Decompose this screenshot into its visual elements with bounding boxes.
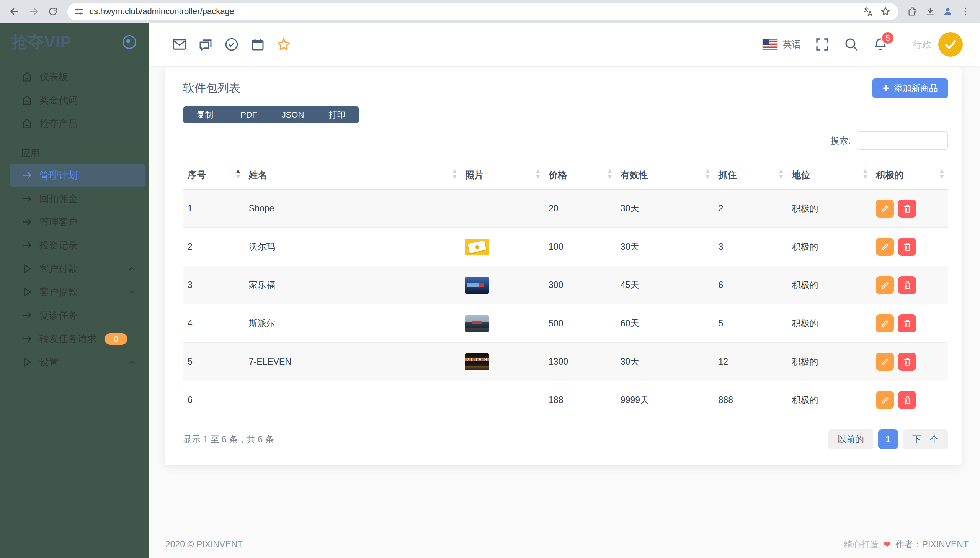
download-icon[interactable]	[923, 4, 938, 19]
sidebar-item-设置[interactable]: 设置	[0, 350, 146, 374]
previous-page-button[interactable]: 以前的	[828, 429, 873, 449]
sidebar-item-复诊任务[interactable]: 复诊任务	[0, 304, 146, 327]
fullscreen-icon[interactable]	[814, 36, 830, 53]
cell-price: 500	[544, 304, 616, 343]
delete-button[interactable]	[898, 276, 916, 294]
sidebar-item-管理客户[interactable]: 管理客户	[0, 210, 146, 234]
export-button-复制[interactable]: 复制	[183, 107, 227, 123]
add-product-button[interactable]: + 添加新商品	[872, 78, 948, 98]
table-header-row: 序号▲▼姓名▲▼照片▲▼价格▲▼有效性▲▼抓住▲▼地位▲▼积极的▲▼	[183, 161, 948, 189]
column-header-照片[interactable]: 照片▲▼	[461, 161, 544, 189]
url-text[interactable]: cs.hwym.club/admincontroller/package	[90, 7, 857, 16]
sidebar-item-label: 客户付款	[39, 263, 78, 275]
sidebar-section-label: 应用	[21, 148, 149, 159]
cell-actions	[871, 228, 948, 266]
cell-photo	[461, 266, 544, 304]
brand-row: 抢夺VIP	[0, 23, 149, 61]
column-header-积极的[interactable]: 积极的▲▼	[871, 161, 948, 189]
sidebar-item-奖金代码[interactable]: 奖金代码	[0, 89, 146, 112]
arrow-icon	[21, 309, 33, 321]
column-label: 有效性	[620, 170, 648, 180]
sidebar-item-仪表板[interactable]: 仪表板	[0, 65, 146, 89]
edit-button[interactable]	[876, 314, 894, 332]
cell-number: 5	[183, 343, 244, 381]
cell-name: 沃尔玛	[244, 228, 461, 266]
cell-name: Shope	[244, 189, 461, 228]
cell-grab: 888	[714, 381, 787, 419]
sidebar-item-回扣佣金[interactable]: 回扣佣金	[0, 187, 146, 210]
refresh-icon[interactable]	[45, 4, 61, 19]
column-header-姓名[interactable]: 姓名▲▼	[244, 161, 461, 189]
sidebar-item-抢夺产品[interactable]: 抢夺产品	[0, 112, 146, 135]
column-header-抓住[interactable]: 抓住▲▼	[714, 161, 787, 189]
chat-icon[interactable]	[198, 36, 214, 53]
search-label: 搜索:	[831, 135, 851, 147]
mail-icon[interactable]	[172, 36, 188, 53]
search-input[interactable]	[857, 131, 948, 150]
column-header-价格[interactable]: 价格▲▼	[544, 161, 616, 189]
edit-button[interactable]	[876, 238, 894, 256]
notifications-bell-icon[interactable]: 5	[872, 36, 888, 53]
edit-button[interactable]	[876, 200, 894, 218]
menu-dots-icon[interactable]	[958, 4, 973, 19]
column-label: 价格	[548, 170, 567, 180]
column-label: 姓名	[249, 170, 267, 180]
browser-actions	[905, 4, 973, 19]
sidebar-item-label: 设置	[39, 356, 59, 368]
product-photo	[465, 239, 489, 256]
sort-arrows-icon: ▲▼	[235, 168, 241, 180]
sidebar-item-转发任务请求[interactable]: 转发任务请求0	[0, 327, 146, 350]
next-page-button[interactable]: 下一个	[903, 429, 948, 449]
extensions-icon[interactable]	[905, 4, 920, 19]
address-bar[interactable]: cs.hwym.club/admincontroller/package	[67, 3, 898, 20]
cell-actions	[871, 304, 948, 343]
us-flag-icon	[762, 39, 777, 50]
sidebar-item-label: 管理客户	[39, 216, 78, 228]
cell-grab: 2	[714, 189, 787, 228]
column-header-有效性[interactable]: 有效性▲▼	[616, 161, 714, 189]
play-icon	[21, 356, 33, 368]
sidebar-toggle-icon[interactable]	[123, 35, 136, 49]
translate-icon[interactable]	[861, 5, 874, 18]
edit-button[interactable]	[876, 353, 894, 371]
check-circle-icon[interactable]	[224, 36, 240, 53]
plus-icon: +	[882, 82, 889, 94]
back-icon[interactable]	[7, 4, 22, 19]
profile-icon[interactable]	[940, 4, 955, 19]
table-row: 3家乐福30045天6积极的	[183, 266, 948, 304]
export-button-json[interactable]: JSON	[271, 107, 315, 123]
language-label: 英语	[783, 38, 801, 51]
search-icon[interactable]	[843, 36, 859, 53]
arrow-icon	[21, 193, 33, 205]
site-settings-icon[interactable]	[74, 6, 85, 17]
delete-button[interactable]	[898, 314, 916, 332]
export-button-pdf[interactable]: PDF	[227, 107, 271, 123]
cell-name: 家乐福	[244, 266, 461, 304]
language-selector[interactable]: 英语	[762, 38, 801, 51]
content-area: 软件包列表 + 添加新商品 复制PDFJSON打印 搜索:	[149, 66, 980, 465]
sidebar-item-客户付款[interactable]: 客户付款	[0, 257, 146, 280]
calendar-icon[interactable]	[250, 36, 266, 53]
column-header-地位[interactable]: 地位▲▼	[787, 161, 871, 189]
cell-number: 6	[183, 381, 244, 419]
delete-button[interactable]	[898, 238, 916, 256]
edit-button[interactable]	[876, 276, 894, 294]
delete-button[interactable]	[898, 200, 916, 218]
delete-button[interactable]	[898, 353, 916, 371]
sidebar-item-投资记录[interactable]: 投资记录	[0, 234, 146, 257]
delete-button[interactable]	[898, 391, 916, 409]
sidebar-item-客户提款[interactable]: 客户提款	[0, 280, 146, 304]
chevron-up-icon	[127, 358, 136, 367]
export-button-打印[interactable]: 打印	[315, 107, 359, 123]
cell-actions	[871, 189, 948, 228]
notification-count-badge: 5	[881, 31, 895, 45]
user-menu[interactable]: 行政	[913, 32, 963, 57]
edit-button[interactable]	[876, 391, 894, 409]
app-header: 英语 5 行政	[149, 23, 980, 66]
star-icon[interactable]	[276, 36, 292, 53]
bookmark-star-icon[interactable]	[879, 5, 892, 18]
page-number-button[interactable]: 1	[878, 429, 898, 449]
column-header-序号[interactable]: 序号▲▼	[183, 161, 244, 189]
sidebar-item-管理计划[interactable]: 管理计划	[10, 164, 146, 187]
forward-icon[interactable]	[26, 4, 41, 19]
